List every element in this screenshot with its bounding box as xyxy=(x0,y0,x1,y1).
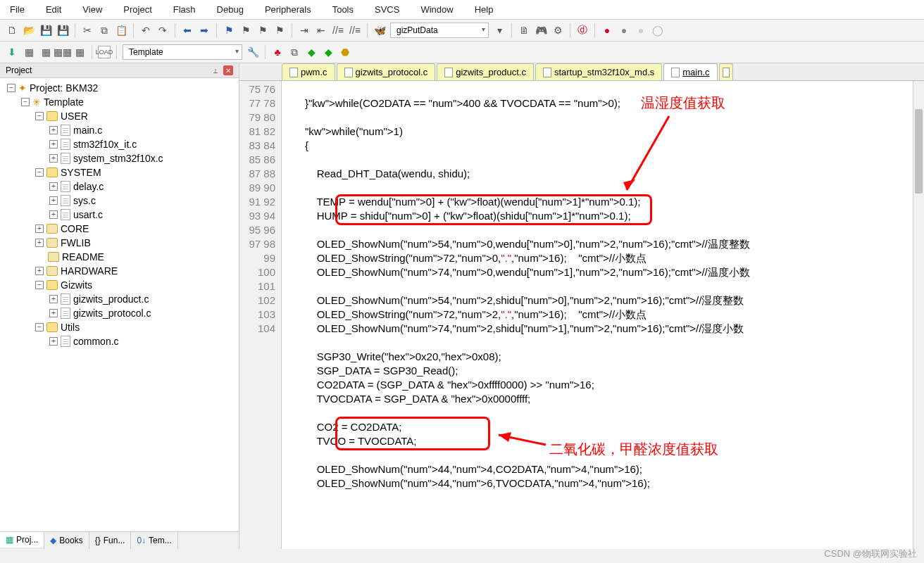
manage-proj-icon[interactable]: ♣ xyxy=(271,46,284,58)
menu-help[interactable]: Help xyxy=(470,3,498,16)
tree-root[interactable]: −✦Project: BKM32 xyxy=(1,81,237,95)
bookmark-clear-icon[interactable]: ⚑ xyxy=(273,24,286,37)
redo-icon[interactable]: ↷ xyxy=(156,24,169,37)
tree-file[interactable]: +delay.c xyxy=(1,179,237,194)
tree-utils[interactable]: −Utils xyxy=(1,320,237,334)
tree-file[interactable]: +main.c xyxy=(1,123,237,137)
target-options-icon[interactable]: 🔧 xyxy=(246,46,259,58)
menu-project[interactable]: Project xyxy=(119,3,156,16)
tree-gizwits[interactable]: −Gizwits xyxy=(1,278,237,292)
tab-functions[interactable]: {}Fun... xyxy=(89,532,132,549)
nav-fwd-icon[interactable]: ➡ xyxy=(198,24,211,37)
file-tab-more[interactable] xyxy=(719,63,733,80)
open-icon[interactable]: 📂 xyxy=(23,24,35,37)
toolbar-build: ⬇ ▦ ▦ ▦▦ ▦ LOAD Template 🔧 ♣ ⧉ ◆ ◆ ⬣ xyxy=(0,42,924,63)
tree-file[interactable]: +common.c xyxy=(1,334,237,348)
tree-user[interactable]: −USER xyxy=(1,109,237,123)
menu-file[interactable]: File xyxy=(6,3,29,16)
tree-file[interactable]: +system_stm32f10x.c xyxy=(1,151,237,165)
tab-templates[interactable]: 0↓Tem... xyxy=(131,532,177,549)
code-lines[interactable]: }"kw">while(CO2DATA == "num">400 && TVOC… xyxy=(282,81,756,549)
file-tab-protocol[interactable]: gizwits_protocol.c xyxy=(337,63,436,80)
build-icon[interactable]: ▦ xyxy=(23,46,35,58)
pin-icon[interactable]: ⟂ xyxy=(211,65,220,75)
file-tab-pwm[interactable]: pwm.c xyxy=(282,63,335,80)
breakpoint-red-icon[interactable]: ● xyxy=(601,24,613,37)
rebuild-icon[interactable]: ▦ xyxy=(39,46,52,58)
debug-icon[interactable]: ⓓ xyxy=(576,24,589,37)
tree-readme[interactable]: README xyxy=(1,250,237,264)
file-tab-product[interactable]: gizwits_product.c xyxy=(437,63,534,80)
menu-periph[interactable]: Peripherals xyxy=(261,3,316,16)
tree-fwlib[interactable]: +FWLIB xyxy=(1,236,237,250)
copy-icon[interactable]: ⧉ xyxy=(98,24,111,37)
menu-view[interactable]: View xyxy=(78,3,106,16)
download-icon[interactable]: LOAD xyxy=(98,46,111,58)
doc-icon[interactable]: 🗎 xyxy=(518,24,530,37)
menu-tools[interactable]: Tools xyxy=(328,3,358,16)
bookmark-icon[interactable]: ⚑ xyxy=(223,24,235,37)
stop-build-icon[interactable]: ▦ xyxy=(73,46,86,58)
undo-icon[interactable]: ↶ xyxy=(139,24,152,37)
options-icon[interactable]: ⚙ xyxy=(551,24,564,37)
find-icon[interactable]: 🦋 xyxy=(373,24,386,37)
select-pack-icon[interactable]: ◆ xyxy=(322,46,335,58)
cut-icon[interactable]: ✂ xyxy=(81,24,94,37)
file-tab-startup[interactable]: startup_stm32f10x_md.s xyxy=(535,63,662,80)
file-group-icon[interactable]: ⧉ xyxy=(288,46,301,58)
breakpoint-grey-icon[interactable]: ● xyxy=(618,24,630,37)
close-icon[interactable]: ✕ xyxy=(223,65,233,75)
file-tabs: pwm.c gizwits_protocol.c gizwits_product… xyxy=(239,63,924,81)
pack-installer-icon[interactable]: ⬣ xyxy=(339,46,351,58)
comment-icon[interactable]: //≡ xyxy=(332,24,344,37)
tree-hardware[interactable]: +HARDWARE xyxy=(1,264,237,278)
line-gutter: 75 76 77 78 79 80 81 82 83 84 85 86 87 8… xyxy=(239,81,282,549)
panel-title-label: Project xyxy=(6,65,32,75)
tree-template[interactable]: −✳Template xyxy=(1,95,237,109)
find-combo[interactable]: gizPutData xyxy=(390,23,489,38)
tab-project[interactable]: ▦Proj... xyxy=(0,532,44,549)
target-combo[interactable]: Template xyxy=(123,44,242,60)
indent-icon[interactable]: ⇥ xyxy=(298,24,311,37)
bookmark-prev-icon[interactable]: ⚑ xyxy=(239,24,252,37)
manage-rtx-icon[interactable]: ◆ xyxy=(305,46,318,58)
project-panel: Project ⟂ ✕ −✦Project: BKM32 −✳Template … xyxy=(0,63,239,549)
breakpoint-dis-icon[interactable]: ● xyxy=(635,24,647,37)
tab-books[interactable]: ◆Books xyxy=(44,532,89,549)
save-all-icon[interactable]: 💾 xyxy=(56,24,69,37)
save-icon[interactable]: 💾 xyxy=(39,24,52,37)
paste-icon[interactable]: 📋 xyxy=(115,24,127,37)
uncomment-icon[interactable]: //≡ xyxy=(349,24,361,37)
tree-file[interactable]: +gizwits_product.c xyxy=(1,292,237,306)
tree-file[interactable]: +gizwits_protocol.c xyxy=(1,306,237,320)
file-tab-main[interactable]: main.c xyxy=(663,63,717,80)
toolbar-main: 🗋 📂 💾 💾 ✂ ⧉ 📋 ↶ ↷ ⬅ ➡ ⚑ ⚑ ⚑ ⚑ ⇥ ⇤ //≡ //… xyxy=(0,20,924,42)
scroll-thumb[interactable] xyxy=(915,109,923,194)
new-icon[interactable]: 🗋 xyxy=(6,24,18,37)
project-panel-title: Project ⟂ ✕ xyxy=(0,63,239,78)
outdent-icon[interactable]: ⇤ xyxy=(315,24,327,37)
tree-file[interactable]: +stm32f10x_it.c xyxy=(1,137,237,151)
tree-system[interactable]: −SYSTEM xyxy=(1,165,237,179)
menu-flash[interactable]: Flash xyxy=(169,3,200,16)
translate-icon[interactable]: ⬇ xyxy=(6,46,18,58)
project-tree[interactable]: −✦Project: BKM32 −✳Template −USER +main.… xyxy=(0,78,239,531)
menu-debug[interactable]: Debug xyxy=(213,3,248,16)
config-icon[interactable]: 🎮 xyxy=(535,24,547,37)
breakpoint-clear-icon[interactable]: ◯ xyxy=(651,24,664,37)
nav-back-icon[interactable]: ⬅ xyxy=(181,24,194,37)
bookmark-next-icon[interactable]: ⚑ xyxy=(256,24,269,37)
batch-build-icon[interactable]: ▦▦ xyxy=(56,46,69,58)
find-dropdown-icon[interactable]: ▾ xyxy=(493,24,506,37)
code-editor[interactable]: 75 76 77 78 79 80 81 82 83 84 85 86 87 8… xyxy=(239,81,924,549)
menu-svcs[interactable]: SVCS xyxy=(370,3,404,16)
tree-core[interactable]: +CORE xyxy=(1,222,237,236)
editor-area: pwm.c gizwits_protocol.c gizwits_product… xyxy=(239,63,924,549)
tree-file[interactable]: +usart.c xyxy=(1,208,237,222)
menu-edit[interactable]: Edit xyxy=(42,3,65,16)
vertical-scrollbar[interactable] xyxy=(913,81,924,549)
watermark: CSDN @物联网实验社 xyxy=(824,548,917,560)
menu-window[interactable]: Window xyxy=(416,3,457,16)
menu-bar: File Edit View Project Flash Debug Perip… xyxy=(0,0,924,20)
tree-file[interactable]: +sys.c xyxy=(1,194,237,208)
